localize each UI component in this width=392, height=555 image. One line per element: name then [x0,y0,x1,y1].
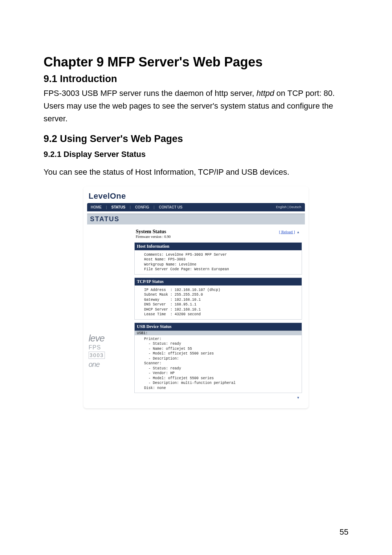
status-paragraph: You can see the status of Host Informati… [44,166,348,178]
usb-port-label: USB1: [134,331,302,335]
nav-home[interactable]: HOME [91,205,102,209]
firmware-version: Firmware version : 0.90 [136,235,171,239]
host-info-body: Comments: LevelOne FPS-3003 MFP Server H… [135,250,302,274]
section-9-2-heading: 9.2 Using Server's Web Pages [44,133,348,145]
page-number: 55 [340,527,348,537]
status-heading-bar: STATUS [87,214,305,224]
usb-section: USB Device Status [134,323,302,331]
scroll-up-icon[interactable]: ▲ [297,230,301,234]
system-status-title: System Status [136,229,171,235]
art-line-1: leve [89,333,105,343]
art-line-4: one [89,360,105,369]
host-info-title: Host Information [135,243,302,250]
art-line-3: 3003 [89,352,105,359]
intro-text-1: FPS-3003 USB MFP server runs the daemon … [44,89,257,98]
tcpip-title: TCP/IP Status [135,278,302,285]
usb-body: Printer: - Status: ready - Name: officej… [134,335,302,393]
art-line-2: FPS [89,344,105,351]
embedded-screenshot: LevelOne HOME | STATUS | CONFIG | CONTAC… [83,186,309,409]
nav-separator: | [106,205,107,209]
nav-config[interactable]: CONFIG [135,205,149,209]
app-window: LevelOne HOME | STATUS | CONFIG | CONTAC… [83,186,309,409]
top-nav: HOME | STATUS | CONFIG | CONTACT US Engl… [87,203,305,211]
tcpip-section: TCP/IP Status IP Address : 192.168.10.10… [134,278,302,320]
intro-paragraph: FPS-3003 USB MFP server runs the daemon … [44,87,348,125]
main-panel: System Status Firmware version : 0.90 [ … [134,224,305,404]
language-switch[interactable]: English | Deutsch [276,205,301,209]
httpd-term: httpd [257,89,274,98]
left-sidebar: leve FPS 3003 one [87,224,134,404]
host-info-section: Host Information Comments: LevelOne FPS-… [134,242,302,275]
nav-separator: | [130,205,131,209]
tcpip-body: IP Address : 192.168.10.107 (dhcp) Subne… [135,285,302,319]
reload-link[interactable]: [ Reload ] [279,230,295,234]
scroll-down-icon[interactable]: ▼ [297,396,301,400]
nav-status[interactable]: STATUS [111,205,126,209]
brand-logo: LevelOne [87,189,305,203]
usb-title: USB Device Status [135,323,302,331]
chapter-title: Chapter 9 MFP Server's Web Pages [44,54,348,70]
nav-contact[interactable]: CONTACT US [159,205,183,209]
section-9-2-1-heading: 9.2.1 Display Server Status [44,150,348,159]
decorative-art: leve FPS 3003 one [89,333,105,369]
status-heading-label: STATUS [90,215,119,223]
nav-separator: | [154,205,155,209]
content-area: leve FPS 3003 one System Status Firmware… [87,224,305,404]
section-9-1-heading: 9.1 Introduction [44,73,348,85]
